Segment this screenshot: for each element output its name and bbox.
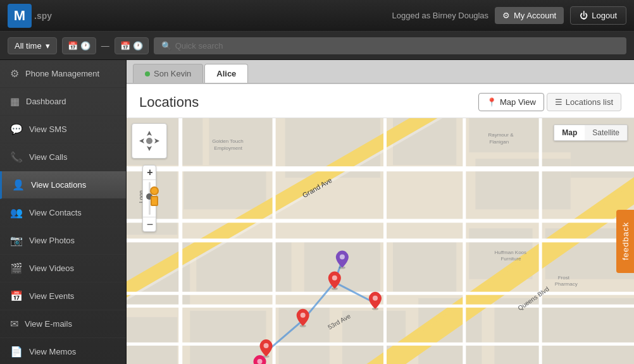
sidebar-label-view-contacts: View Contacts	[29, 208, 82, 217]
svg-text:Employment: Employment	[214, 145, 242, 151]
time-select[interactable]: All time ▾	[8, 37, 57, 54]
time-select-label: All time	[15, 41, 42, 51]
chevron-down-icon: ▾	[46, 41, 50, 51]
map-container[interactable]: Grand Ave 53rd Ave Queens Blvd Loon Gold…	[127, 118, 634, 364]
calendar-icon: 📅	[10, 290, 23, 302]
locations-list-button[interactable]: ☰ Locations list	[547, 93, 621, 111]
svg-rect-27	[127, 166, 634, 171]
tab-dot-icon	[145, 71, 150, 76]
svg-text:Frost: Frost	[558, 275, 570, 281]
grid-icon: ▦	[10, 95, 20, 107]
logout-label: Logout	[592, 11, 617, 20]
tab-alice[interactable]: Alice	[204, 64, 248, 83]
date-end-input[interactable]: 📅 🕐	[115, 37, 149, 54]
clock-icon: 🕐	[80, 41, 90, 51]
logged-as-text: Logged as Birney Douglas	[392, 11, 489, 20]
locations-list-label: Locations list	[566, 97, 613, 107]
quick-search-container[interactable]: 🔍	[154, 37, 626, 54]
memo-icon: 📄	[10, 346, 23, 358]
map-type-satellite-button[interactable]: Satellite	[585, 125, 627, 140]
map-type-map-button[interactable]: Map	[554, 125, 585, 140]
person-body-icon	[151, 196, 158, 206]
zoom-in-button[interactable]: +	[143, 166, 157, 179]
sidebar-label-view-memos: View Memos	[29, 347, 76, 356]
svg-rect-29	[127, 238, 634, 242]
calendar-icon: 📅	[68, 41, 78, 51]
svg-point-59	[264, 343, 269, 348]
tab-son-kevin[interactable]: Son Kevin	[133, 64, 203, 83]
map-view-button[interactable]: 📍 Map View	[478, 93, 544, 111]
search-icon: 🔍	[161, 41, 171, 51]
person-marker	[150, 186, 159, 206]
nav-arrows-icon	[137, 128, 162, 154]
toolbar: All time ▾ 📅 🕐 — 📅 🕐 🔍	[0, 32, 634, 60]
svg-point-53	[332, 276, 337, 281]
svg-point-51	[340, 255, 345, 260]
svg-text:Flanigan: Flanigan	[489, 139, 509, 145]
zoom-out-button[interactable]: −	[143, 217, 157, 231]
map-nav-control[interactable]	[132, 123, 167, 159]
sidebar-item-view-locations[interactable]: 👤 View Locations	[0, 171, 126, 199]
sidebar-label-view-videos: View Videos	[29, 264, 74, 273]
feedback-tab[interactable]: feedback	[616, 210, 634, 273]
contacts-icon: 👥	[10, 207, 23, 219]
date-separator: —	[101, 41, 109, 51]
my-account-button[interactable]: ⚙ My Account	[495, 7, 564, 24]
svg-marker-62	[147, 131, 152, 136]
header-right: Logged as Birney Douglas ⚙ My Account ⏻ …	[392, 6, 626, 25]
sidebar-item-view-sms[interactable]: 💬 View SMS	[0, 116, 126, 143]
list-icon: ☰	[555, 97, 563, 107]
svg-text:Huffman Koos: Huffman Koos	[494, 250, 526, 255]
sidebar-item-phone-management[interactable]: ⚙ Phone Management	[0, 60, 126, 88]
svg-text:Furniture: Furniture	[500, 256, 521, 262]
sidebar-label-view-emails: View E-mails	[25, 319, 72, 329]
sidebar-item-view-videos[interactable]: 🎬 View Videos	[0, 255, 126, 282]
logout-button[interactable]: ⏻ Logout	[570, 6, 626, 25]
svg-rect-4	[183, 171, 266, 209]
view-buttons: 📍 Map View ☰ Locations list	[478, 93, 621, 111]
sidebar-item-view-emails[interactable]: ✉ View E-mails	[0, 310, 126, 338]
svg-rect-35	[383, 118, 387, 364]
sidebar-label-view-photos: View Photos	[29, 236, 75, 245]
clock-icon-2: 🕐	[133, 41, 143, 51]
logo: M .spy	[8, 4, 52, 28]
svg-rect-37	[539, 118, 542, 364]
layout: ⚙ Phone Management ▦ Dashboard 💬 View SM…	[0, 60, 634, 364]
sms-icon: 💬	[10, 123, 23, 135]
phone-icon: 📞	[10, 151, 23, 163]
content-area: Locations 📍 Map View ☰ Locations list	[127, 84, 634, 364]
quick-search-input[interactable]	[175, 41, 619, 51]
svg-point-66	[146, 138, 152, 144]
sidebar-item-view-events[interactable]: 📅 View Events	[0, 282, 126, 310]
sidebar-item-view-memos[interactable]: 📄 View Memos	[0, 338, 126, 364]
main-content: Son Kevin Alice Locations 📍 Map View ☰ L…	[127, 60, 634, 364]
svg-rect-34	[273, 118, 276, 364]
content-header: Locations 📍 Map View ☰ Locations list	[127, 84, 634, 118]
sidebar-item-dashboard[interactable]: ▦ Dashboard	[0, 88, 126, 116]
svg-rect-21	[494, 298, 634, 364]
tabs-bar: Son Kevin Alice	[127, 60, 634, 84]
map-background: Grand Ave 53rd Ave Queens Blvd Loon Gold…	[127, 118, 634, 364]
page-title: Locations	[139, 94, 199, 111]
svg-marker-65	[139, 138, 144, 143]
camera-icon: 📷	[10, 234, 23, 246]
my-account-label: My Account	[514, 11, 556, 20]
date-start-input[interactable]: 📅 🕐	[62, 37, 96, 54]
svg-rect-28	[127, 219, 634, 222]
gear-icon: ⚙	[502, 11, 510, 20]
svg-rect-36	[463, 118, 466, 364]
gear-icon: ⚙	[10, 68, 19, 80]
tab-alice-label: Alice	[216, 69, 236, 78]
header: M .spy Logged as Birney Douglas ⚙ My Acc…	[0, 0, 634, 32]
sidebar-item-view-photos[interactable]: 📷 View Photos	[0, 227, 126, 255]
sidebar: ⚙ Phone Management ▦ Dashboard 💬 View SM…	[0, 60, 127, 364]
pin-icon: 📍	[487, 97, 497, 107]
sidebar-item-view-contacts[interactable]: 👥 View Contacts	[0, 199, 126, 227]
person-head-icon	[150, 186, 159, 195]
svg-text:Pharmacy: Pharmacy	[555, 281, 578, 287]
sidebar-label-view-locations: View Locations	[31, 180, 86, 190]
sidebar-item-view-calls[interactable]: 📞 View Calls	[0, 143, 126, 171]
map-type-buttons: Map Satellite	[554, 124, 628, 141]
svg-rect-13	[393, 241, 456, 292]
sidebar-label-view-calls: View Calls	[29, 152, 67, 162]
